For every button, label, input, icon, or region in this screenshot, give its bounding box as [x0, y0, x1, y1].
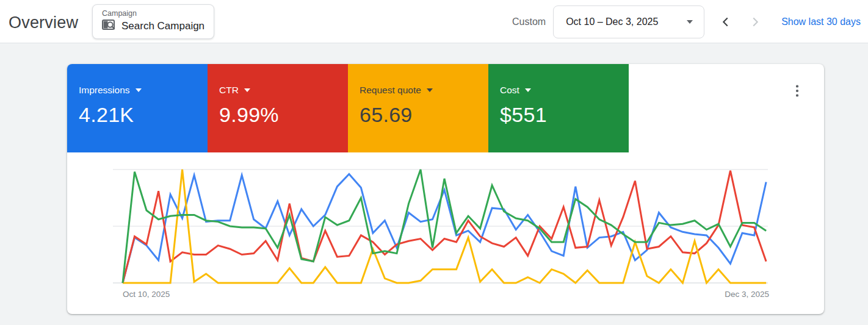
scorecard-metric-label: Impressions	[79, 85, 130, 96]
search-campaign-icon	[102, 19, 117, 34]
next-period-button[interactable]	[747, 14, 763, 30]
scorecard-metric-label: CTR	[219, 85, 239, 96]
page-title: Overview	[9, 13, 78, 32]
scorecard-metric-value: $551	[500, 103, 629, 127]
previous-period-button[interactable]	[718, 14, 734, 30]
overview-panel: Impressions 4.21K CTR 9.99% Request quot…	[67, 64, 824, 314]
campaign-selector-label: Campaign	[102, 9, 204, 18]
scorecard-impressions[interactable]: Impressions 4.21K	[67, 64, 208, 152]
scorecard-metric-label: Cost	[500, 85, 519, 96]
x-axis-start-label: Oct 10, 2025	[123, 290, 170, 299]
scorecard-metric-label: Request quote	[360, 85, 421, 96]
campaign-selector-value: Search Campaign	[121, 20, 204, 32]
campaign-selector[interactable]: Campaign Search Campaign	[92, 4, 214, 39]
x-axis-end-label: Dec 3, 2025	[725, 290, 769, 299]
chevron-down-icon	[244, 88, 250, 92]
scorecard-request-quote[interactable]: Request quote 65.69	[348, 64, 488, 152]
scorecard-metric-value: 9.99%	[219, 103, 348, 127]
scorecard-metric-value: 4.21K	[79, 103, 208, 127]
date-preset-label: Custom	[512, 16, 546, 27]
scorecard-cost[interactable]: Cost $551	[488, 64, 629, 152]
chevron-down-icon	[136, 88, 142, 92]
date-range-value: Oct 10 – Dec 3, 2025	[566, 16, 658, 27]
show-last-30-days-link[interactable]: Show last 30 days	[781, 16, 861, 27]
scorecard-metric-value: 65.69	[360, 103, 488, 127]
chevron-down-icon	[687, 20, 693, 24]
scorecard-ctr[interactable]: CTR 9.99%	[208, 64, 348, 152]
more-options-icon[interactable]	[790, 82, 805, 99]
chart-line-impressions	[123, 174, 766, 283]
date-range-picker[interactable]: Oct 10 – Dec 3, 2025	[553, 5, 704, 38]
overview-chart[interactable]	[113, 165, 768, 290]
chevron-down-icon	[427, 88, 433, 92]
scorecard-row: Impressions 4.21K CTR 9.99% Request quot…	[67, 64, 824, 152]
chevron-down-icon	[525, 88, 531, 92]
top-header: Overview Campaign Search Campaign Custom…	[0, 0, 868, 43]
